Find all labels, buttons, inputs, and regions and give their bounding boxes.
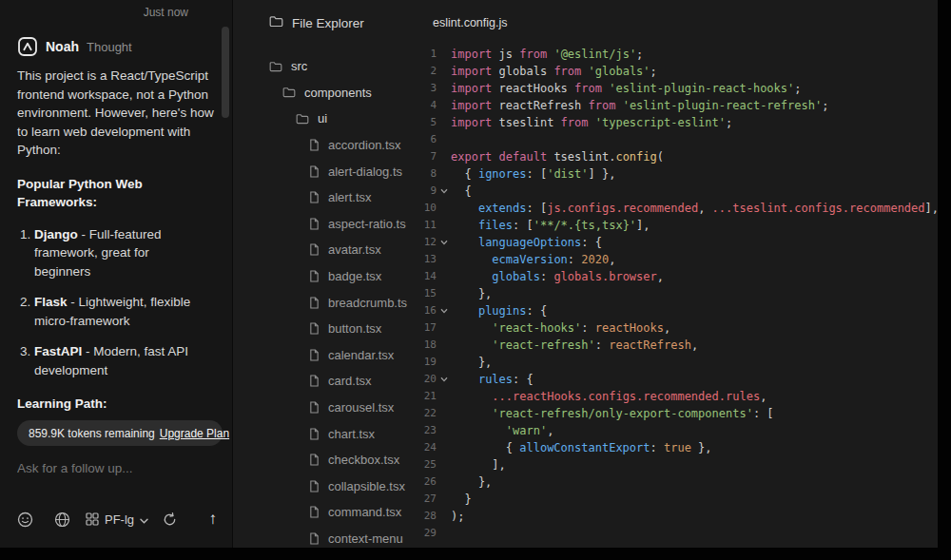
tree-file-command.tsx[interactable]: command.tsx <box>233 499 419 526</box>
scrollbar-thumb[interactable] <box>222 27 229 118</box>
followup-input[interactable] <box>17 461 207 475</box>
code-line-19: 19 }, <box>419 354 938 371</box>
tokens-remaining: 859.9K tokens remaining <box>29 427 155 440</box>
chat-scrollbar[interactable] <box>222 27 229 350</box>
tree-file-breadcrumb.ts[interactable]: breadcrumb.ts <box>233 289 419 316</box>
line-number: 28 <box>419 508 437 525</box>
learning-path-heading: Learning Path: <box>17 396 219 411</box>
globe-icon[interactable] <box>54 512 70 528</box>
code-editor[interactable]: 1import js from '@eslint/js';2import glo… <box>419 46 938 548</box>
fold-gutter <box>437 251 451 268</box>
chat-panel: Just now Noah Thought This project is a … <box>0 0 232 548</box>
line-number: 5 <box>419 114 437 131</box>
code-line-23: 23 'warn', <box>419 422 938 439</box>
tree-folder-components[interactable]: components <box>233 80 419 106</box>
frameworks-list: Django - Full-featured framework, great … <box>17 225 207 380</box>
code-text: import reactRefresh from 'eslint-plugin-… <box>451 97 828 114</box>
fold-gutter <box>437 200 451 217</box>
fold-gutter <box>437 354 451 371</box>
fold-gutter <box>437 131 451 148</box>
tree-file-checkbox.tsx[interactable]: checkbox.tsx <box>233 447 419 473</box>
model-label: PF-lg <box>105 512 134 527</box>
tree-label: ui <box>318 111 327 126</box>
code-text: export default tseslint.config( <box>451 148 664 165</box>
tree-file-chart.tsx[interactable]: chart.tsx <box>233 420 419 447</box>
fold-chevron-icon[interactable] <box>437 302 451 319</box>
code-line-28: 28); <box>419 508 938 525</box>
tree-folder-src[interactable]: src <box>233 53 419 80</box>
chevron-down-icon <box>140 512 148 527</box>
tree-file-button.tsx[interactable]: button.tsx <box>233 316 419 342</box>
line-number: 19 <box>419 354 437 371</box>
fold-gutter <box>437 337 451 354</box>
framework-name: Flask <box>34 295 68 309</box>
line-number: 29 <box>419 525 437 542</box>
tree-file-alert.tsx[interactable]: alert.tsx <box>233 184 419 211</box>
fold-gutter <box>437 456 451 473</box>
agent-header: Noah Thought <box>17 36 219 57</box>
tree-file-accordion.tsx[interactable]: accordion.tsx <box>233 132 419 159</box>
model-selector[interactable]: PF-lg <box>86 512 148 527</box>
app-window: Just now Noah Thought This project is a … <box>0 0 938 548</box>
line-number: 18 <box>419 337 437 354</box>
chat-toolbar: PF-lg ↑ <box>17 510 221 529</box>
code-text: }, <box>451 354 492 371</box>
tree-folder-ui[interactable]: ui <box>233 106 419 132</box>
code-text: 'react-hooks': reactHooks, <box>451 319 670 337</box>
code-text: import js from '@eslint/js'; <box>451 46 643 63</box>
fold-gutter <box>437 508 451 525</box>
code-line-14: 14 globals: globals.browser, <box>419 268 938 285</box>
fold-gutter <box>437 63 451 80</box>
line-number: 17 <box>419 319 437 337</box>
open-file-name: eslint.config.js <box>433 16 508 29</box>
line-number: 8 <box>419 165 437 183</box>
code-text: ecmaVersion: 2020, <box>451 251 615 268</box>
tree-file-avatar.tsx[interactable]: avatar.tsx <box>233 237 419 263</box>
code-line-8: 8 { ignores: ['dist'] }, <box>419 165 938 183</box>
fold-chevron-icon[interactable] <box>437 183 451 200</box>
upgrade-plan-link[interactable]: Upgrade Plan <box>160 427 229 440</box>
tree-file-badge.tsx[interactable]: badge.tsx <box>233 263 419 290</box>
fold-gutter <box>437 114 451 131</box>
file-icon <box>309 191 320 203</box>
tree-file-card.tsx[interactable]: card.tsx <box>233 368 419 395</box>
code-line-22: 22 'react-refresh/only-export-components… <box>419 405 938 422</box>
tree-label: breadcrumb.ts <box>328 296 407 310</box>
file-icon <box>309 297 320 309</box>
line-number: 22 <box>419 405 437 422</box>
code-text: files: ['**/*.{ts,tsx}'], <box>451 217 650 234</box>
file-icon <box>309 139 320 151</box>
fold-gutter <box>437 97 451 114</box>
tree-file-calendar.tsx[interactable]: calendar.tsx <box>233 342 419 369</box>
line-number: 23 <box>419 422 437 439</box>
file-icon <box>309 480 320 492</box>
code-line-10: 10 extends: [js.configs.recommended, ...… <box>419 200 938 217</box>
code-text: ...reactHooks.configs.recommended.rules, <box>451 388 767 405</box>
tree-label: card.tsx <box>328 374 372 388</box>
tree-file-collapsible.tsx[interactable]: collapsible.tsx <box>233 473 419 500</box>
tree-file-context-menu[interactable]: context-menu <box>233 526 419 548</box>
fold-gutter <box>437 46 451 63</box>
line-number: 2 <box>419 63 437 80</box>
line-number: 25 <box>419 456 437 473</box>
framework-name: FastAPI <box>34 344 82 358</box>
code-line-4: 4import reactRefresh from 'eslint-plugin… <box>419 97 938 114</box>
send-button[interactable]: ↑ <box>209 510 222 529</box>
fold-chevron-icon[interactable] <box>437 234 451 251</box>
file-tree: srccomponentsuiaccordion.tsxalert-dialog… <box>233 46 419 548</box>
tree-file-alert-dialog.ts[interactable]: alert-dialog.ts <box>233 158 419 184</box>
line-number: 27 <box>419 491 437 508</box>
emoji-icon[interactable] <box>17 512 33 528</box>
line-number: 12 <box>419 234 437 251</box>
regenerate-icon[interactable] <box>162 512 178 528</box>
thought-toggle[interactable]: Thought <box>87 40 132 54</box>
line-number: 14 <box>419 268 437 285</box>
code-line-11: 11 files: ['**/*.{ts,tsx}'], <box>419 217 938 234</box>
tree-file-aspect-ratio.ts[interactable]: aspect-ratio.ts <box>233 211 419 238</box>
line-number: 6 <box>419 131 437 148</box>
tree-file-carousel.tsx[interactable]: carousel.tsx <box>233 395 419 421</box>
code-text: extends: [js.configs.recommended, ...tse… <box>451 200 938 217</box>
file-icon <box>309 270 320 282</box>
fold-chevron-icon[interactable] <box>437 371 451 388</box>
folder-icon <box>296 113 309 125</box>
